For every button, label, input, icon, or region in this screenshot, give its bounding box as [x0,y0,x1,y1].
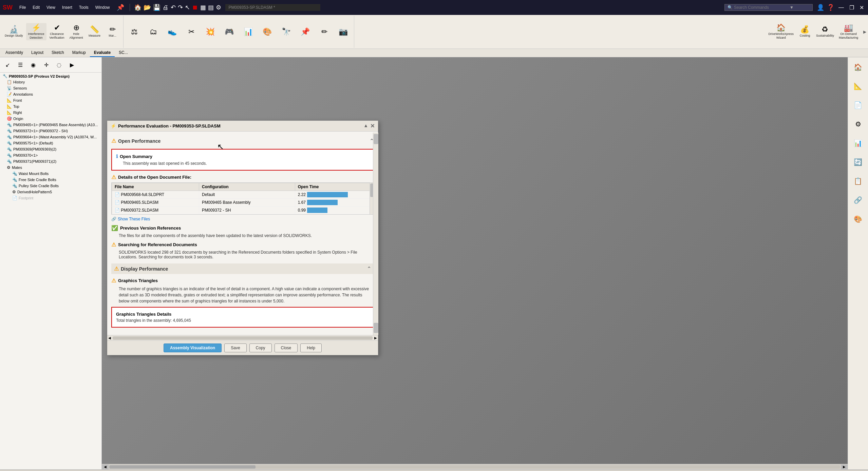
color-btn[interactable]: 🎨 [259,27,276,37]
h-scroll-right-btn[interactable]: ▶ [373,336,378,340]
search-input[interactable] [734,5,788,10]
tab-assembly[interactable]: Assembly [1,49,27,57]
toolbar-save-icon[interactable]: 💾 [153,4,161,11]
toolbar-print-icon[interactable]: 🖨 [163,4,169,11]
tree-history[interactable]: 📋 History [0,79,101,85]
tree-pm009371[interactable]: 🔩 PM009371(PM009371)(2) [0,158,101,164]
tree-pm009372[interactable]: 🔩 PM009372<1> (PM009372 - SH) [0,128,101,134]
help-button[interactable]: Help [300,344,322,352]
tree-root[interactable]: 🔧 PM009353-SP (Proteus V2 Design) [0,73,101,79]
tab-layout[interactable]: Layout [27,49,48,57]
tab-sketch[interactable]: Sketch [48,49,68,57]
file-row-2[interactable]: 📄 PM009465.SLDASM PM009465 Base Assembly… [112,199,374,207]
toolbar-home-icon[interactable]: 🏠 [134,4,141,11]
tree-derived-hole[interactable]: ⚙ DerivedHolePattern5 [0,189,101,195]
tree-front[interactable]: 📐 Front [0,97,101,103]
plus-icon[interactable]: ✛ [40,59,52,71]
costing-button[interactable]: 💰 Costing [796,25,813,39]
task-drawing-btn[interactable]: 📐 [850,78,867,95]
assembly-visualization-button[interactable]: Assembly Visualization [164,344,222,352]
measure-button[interactable]: 📏 Measure [86,25,103,39]
file-table-scroll[interactable]: File Name Configuration Open Time 📄 PM00… [112,183,374,214]
tree-origin[interactable]: 🎯 Origin [0,116,101,122]
perf-btn[interactable]: 📊 [240,27,257,37]
walk-btn[interactable]: 👟 [164,27,181,37]
tab-markup[interactable]: Markup [68,49,90,57]
sustainability-button[interactable]: ♻ Sustainability [814,25,836,39]
menu-pin[interactable]: 📌 [117,4,124,11]
menu-edit[interactable]: Edit [30,4,42,11]
driveWorks-button[interactable]: 🏠 DriveWorksXpressWizard [767,23,796,41]
task-chart-btn[interactable]: 📊 [850,135,867,152]
file-row-1[interactable]: 📄 PM009568-full.SLDPRT Default 2.22 [112,191,374,199]
on-demand-button[interactable]: 🏭 On DemandManufacturing [837,23,860,41]
menu-insert[interactable]: Insert [59,4,75,11]
circle-icon[interactable]: ◌ [53,59,65,71]
view3d-btn[interactable]: 🔭 [278,27,295,37]
list-icon[interactable]: ☰ [14,59,26,71]
file-row-3[interactable]: 📄 PM009372.SLDASM PM009372 - SH 0.99 [112,207,374,214]
menu-window[interactable]: Window [93,4,113,11]
scroll-left-btn[interactable]: ◀ [102,465,109,469]
menu-file[interactable]: File [17,4,29,11]
copy-button[interactable]: Copy [249,344,272,352]
show-files-link[interactable]: 🔗 Show These Files [111,217,374,221]
target-icon[interactable]: ◉ [27,59,39,71]
tree-pm009370[interactable]: 🔩 PM009370<1> [0,152,101,158]
toolbar-open-icon[interactable]: 📂 [144,4,151,11]
task-settings-btn[interactable]: ⚙ [850,116,867,133]
toolbar-grid-icon[interactable]: ▦ [200,4,206,11]
tree-pm009575[interactable]: 🔩 PM009575<1> (Default) [0,140,101,146]
tree-pm009664[interactable]: 🔩 PM009664<1> (Waist Assembly V2) (A1007… [0,134,101,140]
tree-mates[interactable]: ⚙ Mates [0,164,101,171]
render-btn[interactable]: ⚖ [126,27,143,37]
clearance-verification-button[interactable]: ✔ ClearanceVerification [48,23,67,41]
tree-sensors[interactable]: 📡 Sensors [0,85,101,91]
dialog-scrollbar[interactable] [373,133,378,335]
scroll-right-btn[interactable]: ▶ [841,465,848,469]
h-scroll-left-btn[interactable]: ◀ [107,336,112,340]
task-refresh-btn[interactable]: 🔄 [850,154,867,171]
minimize-button[interactable]: — [837,4,845,11]
task-home-btn[interactable]: 🏠 [850,59,867,76]
tree-pulley-bolts[interactable]: 🔩 Pulley Side Cradle Bolts [0,183,101,189]
display-collapse-btn[interactable]: ⌃ [367,266,371,272]
dialog-h-scrollbar[interactable]: ◀ ▶ [107,335,378,340]
toolbar-expand-btn[interactable]: ▶ [862,16,867,48]
task-list-btn[interactable]: 📋 [850,173,867,190]
toolbar-view-icon[interactable]: ▤ [208,4,214,11]
tree-right[interactable]: 📐 Right [0,110,101,116]
dialog-close-button[interactable]: ✕ [370,123,375,129]
dialog-scroll-up[interactable]: ▲ [363,123,368,129]
help-icon[interactable]: ❓ [827,4,834,11]
cam-btn[interactable]: 📷 [335,27,352,37]
play-icon[interactable]: ▶ [66,59,78,71]
filter-icon[interactable]: ↙ [1,59,14,71]
task-link-btn[interactable]: 🔗 [850,192,867,209]
h-scrollbar[interactable]: ◀ ▶ [102,464,848,469]
user-icon[interactable]: 👤 [817,4,824,11]
toolbar-undo-icon[interactable]: ↶ [171,4,176,11]
tab-evaluate[interactable]: Evaluate [90,49,115,57]
design-study-button[interactable]: 🔬 Design Study [3,25,25,39]
restore-button[interactable]: ❐ [848,4,855,11]
interference-detection-button[interactable]: ⚡ InterferenceDetection [26,23,46,41]
view-btn1[interactable]: 🗂 [145,27,162,37]
task-file-btn[interactable]: 📄 [850,97,867,114]
task-palette-btn[interactable]: 🎨 [850,211,867,228]
toolbar-select-icon[interactable]: ↖ [185,4,190,11]
tree-footprint[interactable]: 📄 Footprint [0,195,101,201]
tree-pm009465[interactable]: 🔩 PM009465<1> (PM009465 Base Assembly) (… [0,122,101,128]
hole-alignment-button[interactable]: ⊕ HoleAlignment [68,23,85,41]
toolbar-red1-icon[interactable]: ⏹ [192,4,198,11]
section-btn[interactable]: ✂ [183,27,200,37]
menu-tools[interactable]: Tools [76,4,91,11]
close-button[interactable]: ✕ [858,4,865,11]
tree-free-bolts[interactable]: 🔩 Free Side Cradle Bolts [0,177,101,183]
snap-btn[interactable]: 📌 [297,27,314,37]
explode-btn[interactable]: 💥 [202,27,219,37]
tab-sc[interactable]: SC... [115,49,132,57]
tree-pm009369[interactable]: 🔩 PM009369(PM009369)(2) [0,146,101,152]
tree-top[interactable]: 📐 Top [0,103,101,110]
toolbar-redo-icon[interactable]: ↷ [178,4,183,11]
